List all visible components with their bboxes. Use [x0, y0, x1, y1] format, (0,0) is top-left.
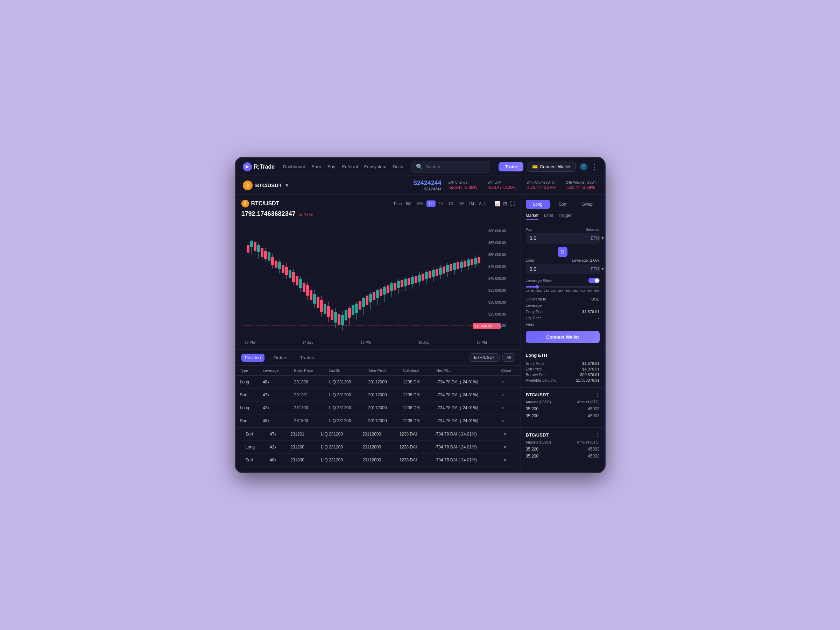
svg-rect-89: [383, 287, 386, 295]
close-row-button[interactable]: ×: [504, 444, 506, 450]
tab-orders[interactable]: Orders: [270, 354, 291, 362]
chart-type-icon[interactable]: 📈: [494, 201, 500, 206]
leverage-ticks: 2x 5x 10x 15x 20x 25x 30x 35x 40x 45x 50…: [526, 289, 600, 292]
pay-currency[interactable]: ETH: [591, 236, 599, 241]
connect-wallet-form-button[interactable]: Connect Wallet: [526, 331, 600, 343]
close-row-button[interactable]: ×: [504, 431, 506, 437]
svg-rect-17: [257, 245, 260, 252]
tab-position[interactable]: Position: [242, 354, 264, 362]
tf-1d[interactable]: 1D: [446, 201, 455, 207]
trade-button[interactable]: Trade: [499, 162, 523, 171]
cell-type: Sort: [242, 454, 265, 467]
tf-15m[interactable]: 15M: [414, 201, 426, 207]
ticker-price-sub: $2424244: [414, 187, 442, 191]
long-liq-label: Available Liquidity: [526, 378, 557, 382]
svg-rect-91: [387, 286, 389, 293]
long-eth-title: Long ETH: [526, 353, 600, 358]
search-bar[interactable]: 🔍: [411, 161, 490, 173]
trade-type-long[interactable]: Long: [526, 200, 550, 209]
svg-rect-125: [446, 265, 449, 272]
pay-label: Pay: [526, 227, 532, 232]
orderbook-row: 35,20045003: [526, 446, 600, 453]
filter-all[interactable]: All: [502, 353, 515, 362]
right-panel: Long Sort Swap Market Limit Trigger Pay …: [521, 195, 605, 428]
tf-4h[interactable]: 4H: [436, 201, 445, 207]
svg-rect-61: [334, 312, 337, 322]
tab-trades[interactable]: Trades: [296, 354, 317, 362]
long-input[interactable]: [530, 266, 591, 272]
bottom-ob-more-icon[interactable]: ⋮: [595, 432, 600, 437]
cell-close[interactable]: ×: [497, 415, 520, 428]
more-button[interactable]: ⋮: [591, 163, 598, 171]
left-panel: ₿ BTC/USDT Time 5M 15M 1H 4H 1D 1W 1M AL…: [236, 195, 521, 428]
change-value: -523.47 -3.39%: [448, 185, 477, 190]
pay-input[interactable]: [530, 235, 591, 241]
nav-docs[interactable]: Docs: [393, 164, 403, 169]
connect-wallet-nav-button[interactable]: 💳 Connect Wallet: [527, 162, 576, 172]
cell-leverage: 48x: [259, 376, 290, 388]
fees-label: Fees: [526, 322, 534, 326]
tf-1h[interactable]: 1H: [426, 201, 436, 207]
cell-profit: 20112000: [364, 388, 399, 401]
ob-price: 35,200: [526, 447, 539, 452]
cell-entry: 231200: [290, 376, 325, 388]
table-row: Sort 48x 231800 LIQ 231200 20112000 1238…: [242, 454, 515, 467]
chart-expand-icon[interactable]: ⊞: [503, 201, 507, 206]
cell-close[interactable]: ×: [497, 376, 520, 388]
tf-5m[interactable]: 5M: [404, 201, 413, 207]
order-tab-limit[interactable]: Limit: [544, 213, 553, 220]
cell-collateral: 1238 DAI: [395, 441, 431, 454]
close-row-button[interactable]: ×: [504, 457, 506, 463]
order-tab-trigger[interactable]: Trigger: [559, 213, 572, 220]
svg-rect-75: [358, 301, 362, 309]
pair-selector[interactable]: ₿ BTC/USDT ▼: [243, 180, 290, 190]
time-18july: 18 July: [418, 341, 429, 344]
nav-earn[interactable]: Earn: [312, 164, 321, 169]
leverage-toggle[interactable]: [589, 278, 600, 283]
device-frame: R;Trade Dashboard Earn Buy Referral Ecos…: [235, 157, 606, 473]
svg-rect-53: [320, 300, 323, 312]
leverage-slider-track[interactable]: [526, 286, 600, 287]
tf-1m[interactable]: 1M: [467, 201, 476, 207]
nav-dashboard[interactable]: Dashboard: [283, 164, 305, 169]
svg-rect-21: [264, 251, 267, 259]
orderbook-more-icon[interactable]: ⋮: [595, 392, 600, 397]
close-row-button[interactable]: ×: [501, 392, 504, 398]
chart-fullscreen-icon[interactable]: ⛶: [510, 201, 515, 206]
nav-ecosystem[interactable]: Ecosystem: [364, 164, 387, 169]
svg-rect-73: [355, 304, 358, 313]
vol-btc-value: -523.47 -3.39%: [527, 185, 556, 190]
trade-type-swap[interactable]: Swap: [576, 200, 600, 209]
bottom-table-section: Sort 47x 231201 LIQ 231200 20112000 1238…: [236, 428, 521, 472]
close-row-button[interactable]: ×: [501, 418, 504, 424]
cell-close[interactable]: ×: [499, 454, 515, 467]
cell-close[interactable]: ×: [497, 401, 520, 415]
svg-rect-35: [289, 270, 291, 278]
nav-buy[interactable]: Buy: [327, 164, 335, 169]
tf-1w[interactable]: 1W: [456, 201, 466, 207]
liq-price-label: Liq. Price: [526, 316, 542, 320]
globe-icon[interactable]: 🌐: [579, 163, 588, 171]
long-currency[interactable]: ETH: [591, 267, 599, 272]
leverage-info-value: -: [598, 303, 600, 308]
close-row-button[interactable]: ×: [501, 379, 504, 385]
trade-type-sort[interactable]: Sort: [551, 200, 575, 209]
nav-referral[interactable]: Referral: [342, 164, 358, 169]
search-input[interactable]: [426, 164, 486, 169]
swap-button[interactable]: ⇅: [558, 247, 567, 257]
vol-usdt-value: -523.47 -3.39%: [566, 185, 597, 190]
cell-close[interactable]: ×: [499, 441, 515, 454]
long-entry-row: Entry Price $1,876.91: [526, 361, 600, 366]
long-borrow-row: Borrow Fee $00,876.91: [526, 372, 600, 377]
order-tab-market[interactable]: Market: [526, 213, 539, 220]
cell-close[interactable]: ×: [497, 388, 520, 401]
svg-rect-115: [429, 271, 431, 278]
close-row-button[interactable]: ×: [501, 405, 504, 411]
table-row: Sort 47x 231201 LIQ 231200 20112000 1238…: [242, 428, 515, 441]
cell-close[interactable]: ×: [499, 428, 515, 441]
tf-all[interactable]: ALL: [477, 201, 488, 207]
filter-eth-usdt[interactable]: ETH/USDT: [469, 353, 500, 362]
entry-price-value: $1,876.91: [583, 309, 600, 314]
svg-rect-101: [404, 279, 407, 286]
cell-type: Long: [236, 401, 259, 415]
